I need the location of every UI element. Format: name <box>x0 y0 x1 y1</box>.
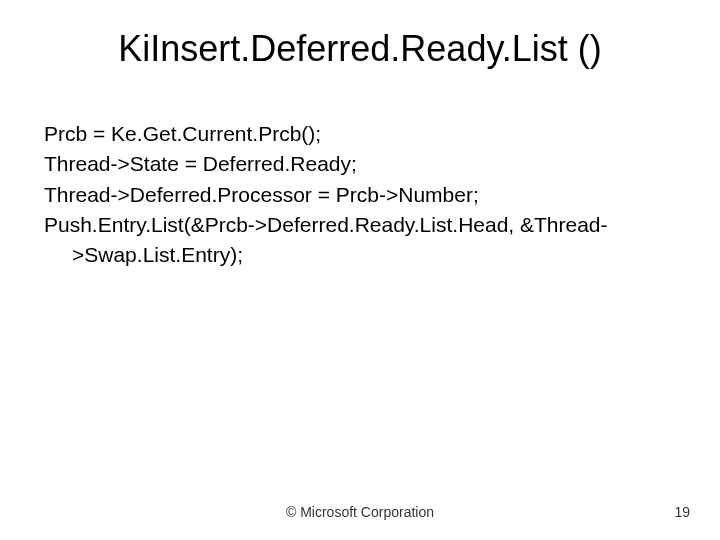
code-line: >Swap.List.Entry); <box>44 241 676 269</box>
code-line: Thread->State = Deferred.Ready; <box>44 150 676 178</box>
slide: KiInsert.Deferred.Ready.List () Prcb = K… <box>0 0 720 540</box>
page-number: 19 <box>674 504 690 520</box>
slide-title: KiInsert.Deferred.Ready.List () <box>0 28 720 70</box>
code-line: Thread->Deferred.Processor = Prcb->Numbe… <box>44 181 676 209</box>
slide-body: Prcb = Ke.Get.Current.Prcb(); Thread->St… <box>44 120 676 272</box>
code-line: Push.Entry.List(&Prcb->Deferred.Ready.Li… <box>44 211 676 239</box>
code-line: Prcb = Ke.Get.Current.Prcb(); <box>44 120 676 148</box>
footer-copyright: © Microsoft Corporation <box>0 504 720 520</box>
